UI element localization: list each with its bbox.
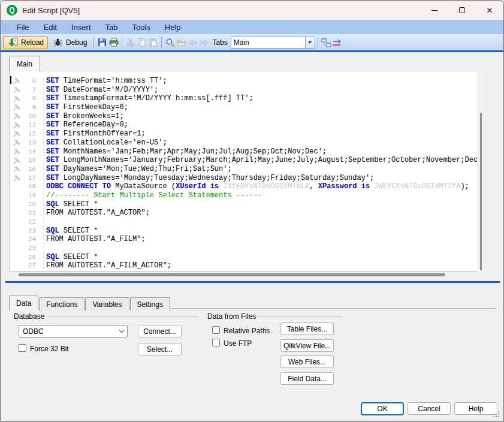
code-line[interactable]: 11SET ReferenceDay=0; (10, 120, 477, 129)
line-number: 26 (24, 253, 36, 262)
editor-splitter[interactable] (5, 281, 500, 283)
code-line[interactable]: 25 (10, 244, 477, 253)
editor-vertical-scrollbar[interactable] (477, 71, 485, 272)
paste-button[interactable] (147, 37, 159, 48)
horizontal-scrollbar-thumb[interactable] (19, 273, 445, 276)
script-tab-main[interactable]: Main (9, 56, 40, 71)
code-line[interactable]: 12SET FirstMonthOfYear=1; (10, 129, 477, 138)
gutter-spacer (10, 209, 24, 218)
code-line[interactable]: 26SQL SELECT * (10, 253, 477, 262)
tabs-dropdown-value: Main (231, 37, 305, 48)
forward-button[interactable] (198, 37, 210, 48)
code-line[interactable]: 13SET CollationLocale='en-US'; (10, 138, 477, 147)
hammer-icon (10, 138, 24, 147)
line-number: 16 (24, 165, 36, 174)
hammer-icon (10, 103, 24, 112)
force-32bit-label: Force 32 Bit (30, 345, 69, 353)
code-line[interactable]: 16SET DayNames='Mon;Tue;Wed;Thu;Fri;Sat;… (10, 165, 477, 174)
qlikview-file-button[interactable]: QlikView File... (280, 339, 334, 352)
relative-paths-checkbox[interactable] (212, 326, 220, 334)
script-editor[interactable]: 6SET TimeFormat='h:mm:ss TT';7SET DateFo… (9, 71, 477, 272)
edit-script-dialog: Q Edit Script [QV5] ✕ ⁞ FileEditInsertTa… (0, 0, 504, 422)
back-button[interactable] (187, 37, 198, 48)
code-line[interactable]: 14SET MonthNames='Jan;Feb;Mar;Apr;May;Ju… (10, 147, 477, 156)
database-driver-select[interactable]: ODBC (19, 325, 128, 337)
table-viewer-button[interactable] (321, 37, 332, 48)
debug-button[interactable]: Debug (48, 36, 91, 49)
line-number: 17 (24, 174, 36, 183)
menu-insert[interactable]: Insert (64, 21, 98, 34)
menu-tools[interactable]: Tools (125, 21, 157, 34)
connect-button[interactable]: Connect... (138, 325, 182, 337)
hammer-icon (10, 120, 24, 129)
maximize-button[interactable] (448, 1, 476, 20)
debug-bug-icon (52, 37, 64, 48)
cut-button[interactable] (125, 37, 136, 48)
cancel-button[interactable]: Cancel (408, 402, 451, 415)
resize-grip[interactable] (493, 411, 500, 418)
gutter-spacer (10, 182, 24, 191)
menu-help[interactable]: Help (158, 21, 188, 34)
code-text: SET TimeFormat='h:mm:ss TT'; (44, 77, 167, 86)
gutter-spacer (10, 261, 24, 270)
code-line[interactable]: 10SET BrokenWeeks=1; (10, 112, 477, 121)
code-line[interactable]: 9SET FirstWeekDay=6; (10, 103, 477, 112)
code-line[interactable]: 23SQL SELECT * (10, 227, 477, 236)
tab-functions[interactable]: Functions (39, 297, 84, 311)
search-button[interactable] (164, 37, 176, 48)
code-line[interactable]: 22 (10, 218, 477, 227)
force-32bit-checkbox[interactable] (19, 344, 26, 352)
tab-settings[interactable]: Settings (130, 297, 170, 311)
code-line[interactable]: 20SQL SELECT * (10, 200, 477, 209)
table-files-button[interactable]: Table Files... (280, 322, 334, 335)
code-text: FROM AUTOTEST."A_FILM_ACTOR"; (44, 261, 171, 270)
menu-tab[interactable]: Tab (98, 21, 125, 34)
code-line[interactable]: 27FROM AUTOTEST."A_FILM_ACTOR"; (10, 261, 477, 270)
code-line[interactable]: 18ODBC CONNECT TO MyDataSource (XUserId … (10, 182, 477, 191)
code-text: SET DateFormat='M/D/YYYY'; (44, 86, 158, 95)
web-files-button[interactable]: Web Files... (280, 355, 334, 368)
vertical-scrollbar-thumb[interactable] (480, 113, 482, 270)
field-data-button[interactable]: Field Data... (280, 372, 334, 385)
help-button[interactable]: Help (454, 402, 497, 415)
syntax-check-button[interactable] (332, 37, 343, 48)
hammer-icon (10, 147, 24, 156)
hammer-icon (10, 129, 24, 138)
code-line[interactable]: 24FROM AUTOTEST."A_FILM"; (10, 235, 477, 244)
code-text: SET FirstMonthOfYear=1; (44, 129, 146, 138)
code-line[interactable]: 21FROM AUTOTEST."A_ACTOR"; (10, 209, 477, 218)
line-number: 7 (24, 86, 36, 95)
files-group-label: Data from Files (207, 312, 258, 321)
reload-label: Reload (21, 38, 44, 47)
use-ftp-checkbox[interactable] (212, 339, 220, 346)
minimize-button[interactable] (421, 1, 448, 20)
code-line[interactable]: 7SET DateFormat='M/D/YYYY'; (10, 86, 477, 95)
copy-button[interactable] (136, 37, 147, 48)
tab-data[interactable]: Data (9, 296, 38, 311)
code-line[interactable]: 15SET LongMonthNames='January;February;M… (10, 156, 477, 165)
code-line[interactable]: 17SET LongDayNames='Monday;Tuesday;Wedne… (10, 174, 477, 183)
menu-file[interactable]: File (10, 21, 37, 34)
ok-button[interactable]: OK (361, 402, 404, 415)
code-text: SET CollationLocale='en-US'; (44, 138, 167, 147)
reload-button[interactable]: Reload (3, 36, 48, 49)
reload-icon (7, 37, 19, 48)
print-button[interactable] (108, 37, 119, 48)
code-line[interactable]: 8SET TimestampFormat='M/D/YYYY h:mm:ss[.… (10, 94, 477, 103)
select-button[interactable]: Select... (138, 343, 182, 355)
tab-variables[interactable]: Variables (85, 297, 129, 311)
code-text: SET LongMonthNames='January;February;Mar… (44, 156, 477, 165)
code-line[interactable]: 19//-------- Start Multiple Select State… (10, 191, 477, 200)
close-button[interactable]: ✕ (476, 1, 503, 20)
tabs-dropdown[interactable]: Main (231, 37, 315, 49)
relative-paths-label: Relative Paths (224, 327, 270, 335)
menu-edit[interactable]: Edit (37, 21, 64, 34)
code-line[interactable]: 6SET TimeFormat='h:mm:ss TT'; (10, 77, 477, 86)
line-number: 6 (24, 77, 36, 86)
line-number: 9 (24, 103, 36, 112)
save-button[interactable] (96, 37, 108, 48)
line-number: 15 (24, 156, 36, 165)
dropdown-caret-icon[interactable] (305, 37, 315, 48)
open-folder-button[interactable] (176, 37, 187, 48)
line-number: 27 (24, 261, 36, 270)
